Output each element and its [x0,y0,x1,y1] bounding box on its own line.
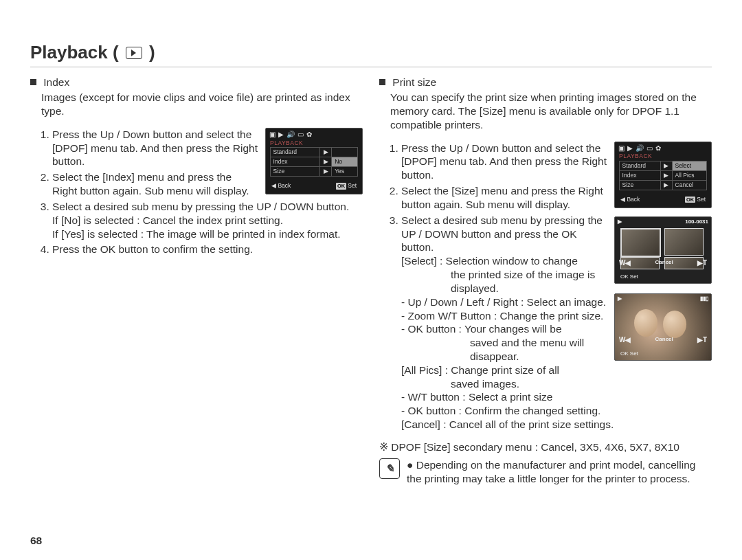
square-bullet-icon [379,79,385,85]
right-heading: Print size [379,76,712,89]
cancel-label: Cancel [655,336,673,345]
sound-icon: 🔊 [636,144,644,153]
zoom-w-label: W◀ [619,336,631,345]
battery-icon: ▮▮▯ [700,295,708,302]
left-menu-screenshot: ▣ ▶ 🔊 ▭ ✿ PLAYBACK Standard▶ Index▶No Si… [265,128,363,194]
sound-icon: 🔊 [286,131,295,139]
table-row: Size▶Cancel [619,181,707,190]
set-label: OKSet [685,196,706,203]
zoom-w-label: W◀ [619,259,631,268]
cancel-label: Cancel [655,259,673,268]
display-icon: ▭ [647,144,653,153]
menu-section: PLAYBACK [615,153,711,160]
secondary-menu-line: ※ DPOF [Size] secondary menu : Cancel, 3… [379,440,712,454]
display-icon: ▭ [297,131,304,139]
left-heading: Index [30,76,363,89]
table-row: Index▶No [270,157,358,167]
left-column: Index Images (except for movie clips and… [30,74,363,485]
play-small-icon: ▶ [278,131,284,139]
gear-icon: ✿ [306,131,312,139]
back-label: ◀ Back [620,196,640,203]
right-intro: You can specify the print size when prin… [390,91,712,131]
list-item: Select a desired sub menu by pressing th… [52,200,363,240]
title-text: Playback ( [30,42,119,63]
table-row: Standard▶Select [619,161,707,171]
right-heading-text: Print size [392,76,436,88]
left-heading-text: Index [43,76,69,88]
menu-bottombar: ◀ Back OKSet [615,192,711,208]
note-icon: ✎ [379,458,400,479]
gear-icon: ✿ [655,144,661,153]
menu-iconbar: ▣ ▶ 🔊 ▭ ✿ [615,142,711,153]
camera-icon: ▣ [618,144,625,153]
select-image-screenshot: ▶ 100-0031 W◀ Cancel ▶T OK Set [614,216,712,284]
menu-table: Standard▶Select Index▶All Pics Size▶Canc… [619,161,708,190]
set-label: OKSet [336,182,357,190]
square-bullet-icon [30,79,36,85]
right-screenshots: ▣ ▶ 🔊 ▭ ✿ PLAYBACK Standard▶Select Index… [609,142,712,361]
camera-icon: ▣ [269,131,276,139]
play-small-icon: ▶ [627,144,633,153]
play-icon [126,47,142,59]
zoom-t-label: ▶T [697,336,707,345]
title-tail: ) [149,42,155,63]
note-box: ✎ ● Depending on the manufacturer and pr… [379,458,712,486]
play-tiny-icon: ▶ [618,219,622,225]
list-item: Press the OK button to confirm the setti… [52,243,363,256]
page-number: 68 [30,534,42,548]
menu-iconbar: ▣ ▶ 🔊 ▭ ✿ [266,128,362,139]
table-row: Size▶Yes [270,167,358,177]
title-rule [30,67,712,67]
zoom-t-label: ▶T [697,259,707,268]
back-label: ◀ Back [271,182,291,190]
allpics-image-screenshot: ▶ ▮▮▯ W◀ Cancel ▶T OK Set [614,293,712,361]
image-id-label: 100-0031 [685,219,708,225]
menu-section: PLAYBACK [266,139,362,147]
set-label: OK Set [620,273,638,280]
table-row: Index▶All Pics [619,171,707,181]
play-tiny-icon: ▶ [618,295,622,302]
menu-table: Standard▶ Index▶No Size▶Yes [270,147,359,177]
note-text: ● Depending on the manufacturer and prin… [407,458,712,486]
table-row: Standard▶ [270,148,358,157]
menu-bottombar: ◀ Back OKSet [266,178,362,194]
right-menu-screenshot: ▣ ▶ 🔊 ▭ ✿ PLAYBACK Standard▶Select Index… [614,142,712,208]
left-intro: Images (except for movie clips and voice… [41,91,363,118]
set-label: OK Set [620,350,638,357]
page-title: Playback ( ) [30,41,712,64]
right-column: Print size You can specify the print siz… [379,74,712,485]
